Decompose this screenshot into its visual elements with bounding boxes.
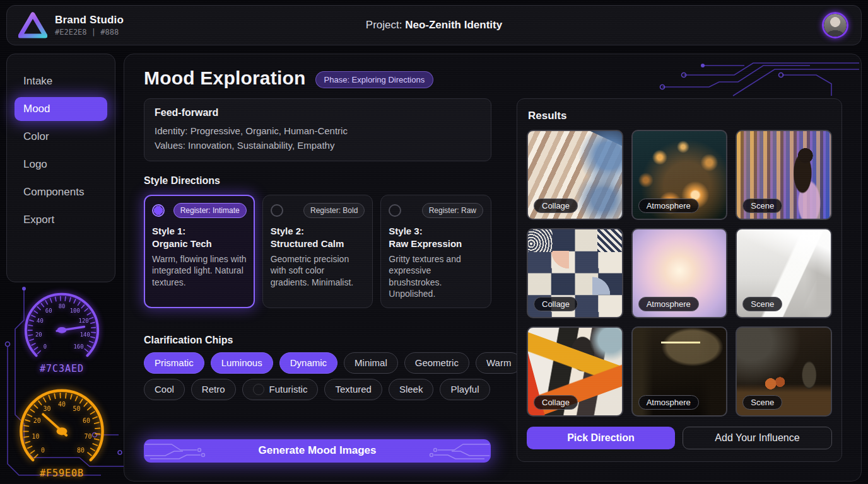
chip-futuristic[interactable]: Futuristic bbox=[242, 379, 319, 400]
svg-text:70: 70 bbox=[85, 433, 92, 440]
register-badge: Register: Bold bbox=[303, 203, 365, 218]
gauge-widgets: 0 20 40 60 80 100 120 140 160 #7C3AED 0 … bbox=[0, 285, 124, 484]
result-thumb-atmosphere-1[interactable]: Atmosphere bbox=[631, 130, 728, 220]
style-directions-heading: Style Directions bbox=[144, 175, 491, 187]
sidebar-item-color[interactable]: Color bbox=[15, 125, 107, 149]
button-circuit-decoration bbox=[409, 439, 491, 463]
result-thumb-collage-2[interactable]: Collage bbox=[527, 228, 623, 318]
chip-geometric[interactable]: Geometric bbox=[404, 352, 469, 374]
thumb-tag: Collage bbox=[534, 199, 578, 213]
results-panel: Results Collage Atmosphere Scene Collage… bbox=[517, 98, 842, 462]
ghost-circle-icon bbox=[253, 384, 264, 395]
style-card-title: Style 2: Structured Calm bbox=[271, 225, 365, 250]
feed-values-line: Values: Innovation, Sustainability, Empa… bbox=[155, 139, 481, 153]
svg-text:20: 20 bbox=[35, 331, 42, 338]
style-card-description: Geometric precision with soft color grad… bbox=[271, 253, 365, 288]
chip-textured[interactable]: Textured bbox=[324, 379, 382, 400]
style-card-structured-calm[interactable]: Register: Bold Style 2: Structured Calm … bbox=[262, 195, 373, 308]
chip-cool[interactable]: Cool bbox=[144, 379, 185, 400]
register-badge: Register: Intimate bbox=[173, 203, 247, 218]
style-radio-selected[interactable] bbox=[152, 204, 165, 217]
result-thumb-scene-3[interactable]: Scene bbox=[736, 326, 832, 417]
svg-text:0: 0 bbox=[44, 343, 47, 350]
thumb-tag: Scene bbox=[742, 199, 782, 213]
main-content: Mood Exploration Phase: Exploring Direct… bbox=[124, 54, 862, 481]
project-prefix: Project: bbox=[366, 19, 405, 31]
svg-text:60: 60 bbox=[45, 308, 52, 314]
gauge-purple-label: #7C3AED bbox=[40, 363, 84, 374]
style-cards-row: Register: Intimate Style 1: Organic Tech… bbox=[144, 195, 491, 308]
register-badge: Register: Raw bbox=[422, 203, 483, 218]
style-card-description: Gritty textures and expressive brushstro… bbox=[389, 253, 483, 300]
result-thumb-scene-1[interactable]: Scene bbox=[736, 130, 832, 220]
app-meta-colors: #E2E2E8 | #888 bbox=[55, 28, 124, 37]
sidebar-item-intake[interactable]: Intake bbox=[15, 69, 107, 93]
feed-identity-line: Identity: Progressive, Organic, Human-Ce… bbox=[155, 124, 481, 139]
generate-mood-images-button[interactable]: Generate Mood Images bbox=[144, 439, 491, 463]
svg-text:40: 40 bbox=[37, 318, 44, 325]
style-card-raw-expression[interactable]: Register: Raw Style 3: Raw Expression Gr… bbox=[380, 195, 491, 308]
result-thumb-scene-2[interactable]: Scene bbox=[736, 228, 832, 318]
gauge-orange-label: #F59E0B bbox=[40, 468, 84, 479]
thumb-tag: Atmosphere bbox=[638, 297, 699, 311]
result-thumb-atmosphere-2[interactable]: Atmosphere bbox=[631, 228, 728, 318]
brand-logo-icon bbox=[18, 12, 47, 38]
add-your-influence-button[interactable]: Add Your Influence bbox=[683, 427, 832, 449]
brand-block: Brand Studio #E2E2E8 | #888 bbox=[55, 14, 124, 37]
style-card-organic-tech[interactable]: Register: Intimate Style 1: Organic Tech… bbox=[144, 195, 255, 308]
thumb-tag: Scene bbox=[742, 297, 782, 311]
thumb-tag: Scene bbox=[742, 395, 782, 410]
thumb-tag: Atmosphere bbox=[638, 395, 699, 410]
chips-row-1: Prismatic Luminous Dynamic Minimal Geome… bbox=[144, 352, 491, 374]
svg-text:0: 0 bbox=[41, 447, 45, 454]
style-radio[interactable] bbox=[389, 204, 401, 217]
button-circuit-decoration bbox=[144, 439, 226, 463]
project-name: Neo-Zenith Identity bbox=[405, 19, 502, 31]
results-grid: Collage Atmosphere Scene Collage Atmosph… bbox=[527, 130, 832, 417]
app-header: Brand Studio #E2E2E8 | #888 Project: Neo… bbox=[6, 5, 862, 45]
feed-forward-card: Feed-forward Identity: Progressive, Orga… bbox=[144, 98, 491, 161]
sidebar-item-mood[interactable]: Mood bbox=[15, 97, 107, 121]
result-thumb-atmosphere-3[interactable]: Atmosphere bbox=[631, 326, 728, 417]
sidebar-item-components[interactable]: Components bbox=[15, 180, 107, 204]
svg-text:10: 10 bbox=[32, 433, 39, 440]
clarification-chips-heading: Clarification Chips bbox=[144, 335, 491, 346]
phase-badge: Phase: Exploring Directions bbox=[315, 71, 434, 88]
pick-direction-button[interactable]: Pick Direction bbox=[527, 427, 675, 449]
chip-playful[interactable]: Playful bbox=[440, 379, 490, 400]
chip-luminous[interactable]: Luminous bbox=[211, 352, 273, 374]
chip-minimal[interactable]: Minimal bbox=[344, 352, 398, 374]
circuit-trace-topright bbox=[657, 55, 859, 97]
sidebar-nav: Intake Mood Color Logo Components Export bbox=[6, 54, 115, 282]
gauge-orange-dial: 0 10 20 30 40 50 60 70 80 bbox=[13, 381, 111, 466]
style-card-description: Warm, flowing lines with integrated ligh… bbox=[152, 253, 247, 288]
thumb-tag: Collage bbox=[534, 395, 578, 410]
thumb-tag: Collage bbox=[534, 297, 578, 311]
project-title: Project: Neo-Zenith Identity bbox=[366, 19, 502, 32]
results-heading: Results bbox=[528, 110, 832, 122]
page-title: Mood Exploration bbox=[144, 67, 306, 89]
chip-warm[interactable]: Warm bbox=[476, 352, 522, 374]
svg-text:30: 30 bbox=[43, 405, 50, 412]
style-radio[interactable] bbox=[271, 204, 283, 217]
sidebar-item-logo[interactable]: Logo bbox=[15, 153, 107, 176]
user-avatar[interactable] bbox=[822, 12, 848, 38]
result-thumb-collage-3[interactable]: Collage bbox=[527, 326, 623, 417]
chip-prismatic[interactable]: Prismatic bbox=[144, 352, 204, 374]
gauge-purple: 0 20 40 60 80 100 120 140 160 #7C3AED bbox=[18, 285, 105, 374]
style-card-title: Style 3: Raw Expression bbox=[389, 225, 483, 250]
svg-text:60: 60 bbox=[83, 417, 90, 424]
feed-forward-title: Feed-forward bbox=[155, 107, 481, 118]
svg-text:40: 40 bbox=[58, 401, 66, 408]
result-thumb-collage-1[interactable]: Collage bbox=[527, 130, 623, 220]
chip-dynamic[interactable]: Dynamic bbox=[279, 352, 337, 374]
sidebar-item-export[interactable]: Export bbox=[15, 208, 107, 232]
style-card-title: Style 1: Organic Tech bbox=[152, 225, 247, 250]
chip-sleek[interactable]: Sleek bbox=[389, 379, 434, 400]
mood-exploration-section: Mood Exploration Phase: Exploring Direct… bbox=[144, 64, 491, 463]
gauge-orange: 0 10 20 30 40 50 60 70 80 #F59E0B bbox=[13, 381, 111, 479]
svg-text:50: 50 bbox=[73, 405, 80, 412]
gauge-purple-dial: 0 20 40 60 80 100 120 140 160 bbox=[18, 285, 105, 362]
svg-text:80: 80 bbox=[77, 447, 85, 454]
chip-retro[interactable]: Retro bbox=[191, 379, 236, 400]
